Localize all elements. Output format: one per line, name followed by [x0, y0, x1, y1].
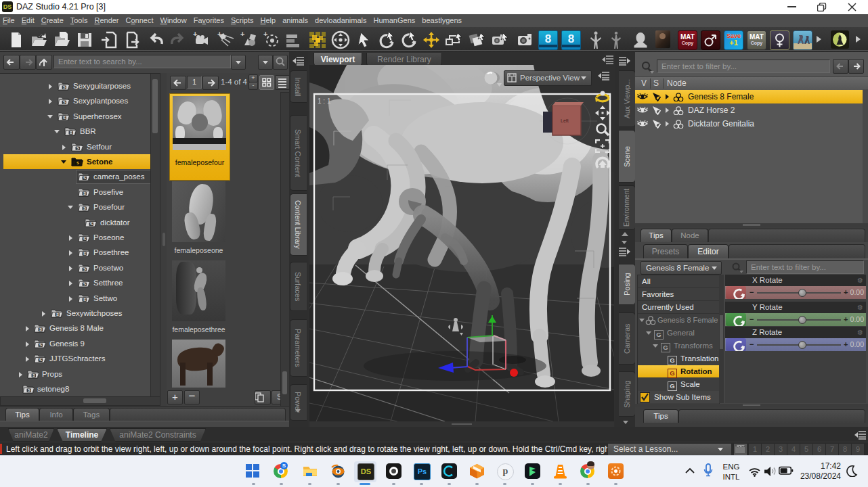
svg-text:Left: Left — [561, 118, 569, 123]
svg-text:+: + — [240, 30, 244, 38]
svg-text:1 : 1: 1 : 1 — [318, 97, 331, 105]
svg-text:+: + — [263, 30, 267, 38]
